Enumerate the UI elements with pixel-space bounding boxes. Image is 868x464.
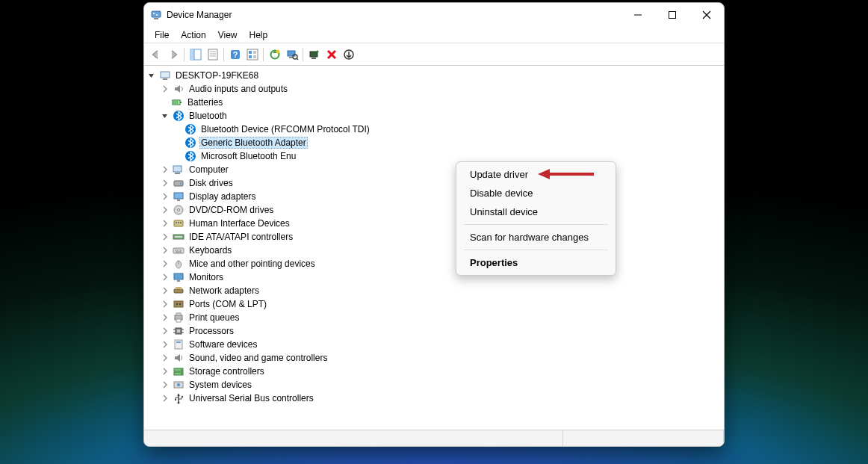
category-label[interactable]: Human Interface Devices [187, 218, 291, 229]
tree-category-row[interactable]: DVD/CD-ROM drives [161, 203, 724, 217]
tree-category-row[interactable]: System devices [161, 378, 724, 392]
tree-category-row[interactable]: Print queues [161, 311, 724, 324]
category-label[interactable]: Sound, video and game controllers [187, 353, 329, 363]
help-button[interactable]: ? [226, 46, 244, 63]
caret-right-icon[interactable] [161, 232, 170, 241]
category-label[interactable]: Monitors [187, 272, 225, 282]
menu-action[interactable]: Action [175, 28, 211, 42]
display-icon [173, 191, 185, 202]
tree-category-row[interactable]: Computer [161, 163, 724, 176]
nav-back-button[interactable] [147, 46, 164, 63]
uninstall-button[interactable] [306, 46, 323, 63]
menu-view[interactable]: View [212, 28, 244, 42]
show-tree-button[interactable] [187, 46, 204, 63]
context-menu-item[interactable]: Uninstall device [456, 202, 616, 221]
nav-forward-button[interactable] [164, 46, 182, 63]
properties-button[interactable] [204, 46, 221, 63]
category-label[interactable]: System devices [187, 380, 253, 390]
category-label[interactable]: Mice and other pointing devices [187, 259, 317, 269]
scan-hardware-button[interactable] [283, 46, 300, 63]
caret-right-icon[interactable] [161, 327, 170, 335]
device-tree[interactable]: DESKTOP-19FKE68Audio inputs and outputsB… [144, 66, 724, 430]
tree-category-row[interactable]: Ports (COM & LPT) [161, 297, 724, 311]
tree-category-row[interactable]: Bluetooth [161, 109, 724, 123]
category-label[interactable]: Storage controllers [187, 366, 266, 377]
caret-right-icon[interactable] [161, 394, 170, 403]
device-label[interactable]: Bluetooth Device (RFCOMM Protocol TDI) [199, 124, 371, 134]
category-label[interactable]: IDE ATA/ATAPI controllers [187, 232, 294, 242]
caret-right-icon[interactable] [161, 179, 170, 188]
caret-right-icon[interactable] [161, 380, 170, 389]
menu-help[interactable]: Help [244, 28, 274, 42]
svg-rect-57 [175, 250, 176, 251]
caret-right-icon[interactable] [161, 259, 170, 268]
caret-right-icon[interactable] [161, 313, 170, 322]
caret-right-icon[interactable] [161, 367, 170, 376]
tree-category-row[interactable]: Display adapters [161, 190, 724, 203]
svg-point-87 [177, 383, 180, 386]
caret-right-icon[interactable] [161, 84, 170, 93]
category-label[interactable]: Processors [187, 326, 235, 336]
category-label[interactable]: Ports (COM & LPT) [187, 299, 268, 309]
category-label[interactable]: Batteries [186, 97, 224, 108]
device-label[interactable]: Microsoft Bluetooth Enu [199, 151, 297, 161]
tree-category-row[interactable]: Keyboards [161, 244, 724, 257]
tree-category-row[interactable]: Processors [161, 324, 724, 338]
caret-right-icon[interactable] [161, 273, 170, 282]
tree-device-row[interactable]: Generic Bluetooth Adapter [174, 136, 724, 149]
caret-right-icon[interactable] [161, 219, 170, 228]
tree-device-row[interactable]: Microsoft Bluetooth Enu [174, 149, 724, 163]
hid-icon [173, 217, 185, 229]
caret-right-icon[interactable] [161, 340, 170, 349]
tree-category-row[interactable]: Universal Serial Bus controllers [161, 392, 724, 405]
category-label[interactable]: Disk drives [187, 178, 235, 188]
tree-category-row[interactable]: Storage controllers [161, 365, 724, 378]
root-label[interactable]: DESKTOP-19FKE68 [174, 70, 260, 81]
context-menu-item[interactable]: Properties [456, 253, 616, 272]
caret-right-icon[interactable] [161, 286, 170, 295]
tree-category-row[interactable]: Disk drives [161, 176, 724, 190]
details-icon-button[interactable] [244, 46, 261, 63]
caret-right-icon[interactable] [161, 353, 170, 362]
tree-category-row[interactable]: Software devices [161, 338, 724, 351]
tree-device-row[interactable]: Bluetooth Device (RFCOMM Protocol TDI) [174, 123, 724, 136]
category-label[interactable]: Computer [187, 164, 230, 175]
caret-right-icon[interactable] [161, 205, 170, 214]
caret-right-icon[interactable] [161, 165, 170, 174]
category-label[interactable]: Software devices [187, 339, 258, 350]
minimize-button[interactable] [621, 3, 655, 27]
category-label[interactable]: Bluetooth [187, 111, 229, 121]
caret-down-icon[interactable] [161, 111, 170, 120]
caret-right-icon[interactable] [161, 246, 170, 255]
tree-category-row[interactable]: Audio inputs and outputs [161, 82, 724, 96]
tree-category-row[interactable]: Monitors [161, 270, 724, 284]
disable-button[interactable] [323, 46, 340, 63]
svg-rect-72 [176, 313, 181, 315]
caret-down-icon[interactable] [147, 71, 156, 80]
caret-right-icon[interactable] [161, 192, 170, 201]
close-button[interactable] [689, 3, 724, 27]
tree-category-row[interactable]: Sound, video and game controllers [161, 351, 724, 365]
category-label[interactable]: Network adapters [187, 285, 261, 296]
tree-category-row[interactable]: Network adapters [161, 284, 724, 297]
device-label[interactable]: Generic Bluetooth Adapter [199, 137, 308, 149]
tree-category-row[interactable]: Mice and other pointing devices [161, 257, 724, 270]
context-menu-item[interactable]: Scan for hardware changes [456, 228, 616, 247]
category-label[interactable]: DVD/CD-ROM drives [187, 205, 275, 215]
enable-button[interactable] [340, 46, 357, 63]
category-label[interactable]: Print queues [187, 312, 241, 323]
context-menu-item[interactable]: Disable device [456, 184, 616, 202]
caret-right-icon[interactable] [161, 300, 170, 309]
menu-file[interactable]: File [149, 28, 175, 42]
category-label[interactable]: Audio inputs and outputs [187, 84, 289, 94]
update-driver-button[interactable] [266, 46, 283, 63]
tree-category-row[interactable]: Human Interface Devices [161, 217, 724, 230]
svg-point-85 [181, 373, 182, 374]
category-label[interactable]: Display adapters [187, 191, 257, 202]
category-label[interactable]: Keyboards [187, 245, 233, 256]
category-label[interactable]: Universal Serial Bus controllers [187, 393, 315, 403]
tree-root-row[interactable]: DESKTOP-19FKE68 [147, 69, 724, 82]
maximize-button[interactable] [655, 3, 689, 27]
tree-category-row[interactable]: Batteries [161, 96, 724, 109]
tree-category-row[interactable]: IDE ATA/ATAPI controllers [161, 230, 724, 244]
